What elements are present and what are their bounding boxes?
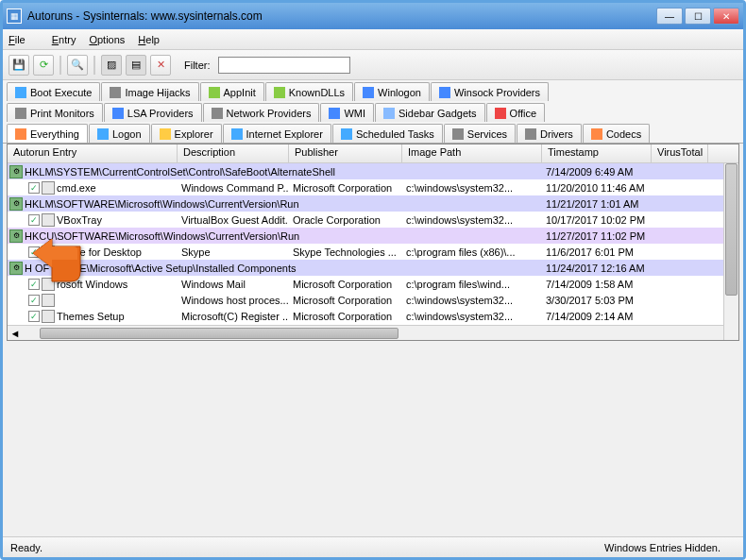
tab-print-monitors[interactable]: Print Monitors	[7, 103, 103, 122]
maximize-button[interactable]: ☐	[685, 8, 711, 25]
tab-everything[interactable]: Everything	[7, 124, 88, 143]
registry-icon: ⚙	[9, 165, 23, 178]
titlebar[interactable]: ▦ Autoruns - Sysinternals: www.sysintern…	[3, 3, 743, 29]
rows-container[interactable]: ⚙HKLM\SYSTEM\CurrentControlSet\Control\S…	[8, 163, 738, 325]
group-row[interactable]: ⚙HKCU\SOFTWARE\Microsoft\Windows\Current…	[8, 228, 738, 244]
props-button[interactable]: ▤	[126, 55, 146, 76]
file-icon	[42, 278, 55, 291]
checkbox[interactable]: ✓	[28, 246, 40, 258]
tab-icon	[97, 128, 109, 140]
tab-knowndlls[interactable]: KnownDLLs	[265, 82, 353, 101]
jump-button[interactable]: ▨	[101, 55, 122, 76]
menu-help[interactable]: Help	[138, 34, 160, 45]
checkbox[interactable]: ✓	[28, 279, 40, 290]
table-row[interactable]: ✓Skype for DesktopSkypeSkype Technologie…	[8, 244, 738, 260]
toolbar: 💾 ⟳ 🔍 ▨ ▤ ✕ Filter:	[3, 50, 743, 80]
tab-winlogon[interactable]: Winlogon	[354, 82, 430, 101]
tab-appinit[interactable]: AppInit	[200, 82, 264, 101]
tab-icon	[160, 128, 171, 140]
tab-internet-explorer[interactable]: Internet Explorer	[223, 124, 331, 143]
table-row[interactable]: ✓Windows host proces...Microsoft Corpora…	[8, 292, 738, 308]
tab-codecs[interactable]: Codecs	[583, 124, 650, 143]
hscroll-thumb[interactable]	[40, 328, 398, 339]
col-path[interactable]: Image Path	[402, 144, 542, 162]
menu-entry[interactable]: Entry	[52, 34, 76, 45]
tab-sidebar-gadgets[interactable]: Sidebar Gadgets	[375, 103, 485, 122]
col-desc[interactable]: Description	[178, 144, 289, 162]
table-row[interactable]: ✓Themes SetupMicrosoft(C) Register ...Mi…	[8, 308, 738, 324]
app-window: ▦ Autoruns - Sysinternals: www.sysintern…	[0, 0, 746, 560]
tabstrip: Boot ExecuteImage HijacksAppInitKnownDLL…	[3, 80, 743, 144]
find-button[interactable]: 🔍	[67, 55, 88, 76]
tab-scheduled-tasks[interactable]: Scheduled Tasks	[332, 124, 443, 143]
tab-icon	[15, 87, 26, 98]
file-icon	[42, 294, 55, 307]
table-row[interactable]: ✓cmd.exeWindows Command P...Microsoft Co…	[8, 179, 738, 195]
tab-winsock-providers[interactable]: Winsock Providers	[431, 82, 549, 101]
tab-icon	[495, 108, 506, 119]
tab-explorer[interactable]: Explorer	[151, 124, 222, 143]
refresh-button[interactable]: ⟳	[33, 55, 54, 76]
checkbox[interactable]: ✓	[28, 214, 40, 226]
resize-grip[interactable]	[721, 540, 736, 555]
vertical-scrollbar[interactable]	[723, 163, 738, 340]
close-button[interactable]: ✕	[713, 8, 739, 25]
tab-icon	[525, 128, 536, 140]
tab-icon	[341, 128, 352, 140]
checkbox[interactable]: ✓	[28, 295, 40, 306]
group-row[interactable]: ⚙H OFTWARE\Microsoft\Active Setup\Instal…	[8, 260, 738, 276]
status-right: Windows Entries Hidden.	[604, 542, 721, 553]
tab-icon	[452, 128, 464, 140]
group-row[interactable]: ⚙HKLM\SOFTWARE\Microsoft\Windows\Current…	[8, 195, 738, 212]
tab-icon	[363, 87, 374, 98]
tab-wmi[interactable]: WMI	[320, 103, 374, 122]
col-ts[interactable]: Timestamp	[542, 144, 652, 162]
registry-icon: ⚙	[9, 262, 23, 275]
tab-services[interactable]: Services	[444, 124, 516, 143]
delete-button[interactable]: ✕	[150, 55, 171, 76]
status-left: Ready.	[10, 542, 604, 553]
col-vt[interactable]: VirusTotal	[652, 144, 708, 162]
tab-icon	[112, 108, 124, 119]
tab-icon	[383, 108, 395, 119]
tab-icon	[110, 87, 121, 98]
scroll-thumb[interactable]	[725, 163, 738, 296]
tab-icon	[15, 108, 26, 119]
table-row[interactable]: ✓ rosoft WindowsWindows MailMicrosoft Co…	[8, 276, 738, 292]
filter-label: Filter:	[184, 59, 211, 71]
registry-icon: ⚙	[9, 197, 23, 211]
tab-boot-execute[interactable]: Boot Execute	[7, 82, 100, 101]
statusbar: Ready. Windows Entries Hidden.	[3, 536, 743, 557]
menu-file[interactable]: File	[8, 34, 39, 45]
checkbox[interactable]: ✓	[28, 182, 40, 194]
minimize-button[interactable]: —	[656, 8, 683, 25]
tab-drivers[interactable]: Drivers	[517, 124, 582, 143]
checkbox[interactable]: ✓	[28, 311, 40, 322]
col-entry[interactable]: Autorun Entry	[8, 144, 178, 162]
app-icon: ▦	[7, 8, 22, 24]
tab-icon	[231, 128, 243, 140]
column-headers[interactable]: Autorun Entry Description Publisher Imag…	[8, 144, 738, 163]
file-icon	[42, 246, 55, 259]
tab-lsa-providers[interactable]: LSA Providers	[104, 103, 202, 122]
table-row[interactable]: ✓VBoxTrayVirtualBox Guest Addit...Oracle…	[8, 212, 738, 228]
list-area: Autorun Entry Description Publisher Imag…	[7, 144, 739, 341]
menu-options[interactable]: Options	[89, 34, 125, 45]
horizontal-scrollbar[interactable]: ◄	[8, 325, 738, 340]
tab-icon	[209, 87, 220, 98]
tab-office[interactable]: Office	[486, 103, 546, 122]
tab-icon	[329, 108, 340, 119]
filter-input[interactable]	[218, 57, 350, 74]
tab-network-providers[interactable]: Network Providers	[203, 103, 320, 122]
tab-icon	[15, 128, 26, 140]
file-icon	[42, 310, 55, 323]
col-pub[interactable]: Publisher	[289, 144, 402, 162]
tab-image-hijacks[interactable]: Image Hijacks	[101, 82, 198, 101]
window-title: Autoruns - Sysinternals: www.sysinternal…	[27, 9, 656, 23]
tab-icon	[439, 87, 450, 98]
tab-icon	[274, 87, 285, 98]
save-button[interactable]: 💾	[8, 55, 29, 76]
group-row[interactable]: ⚙HKLM\SYSTEM\CurrentControlSet\Control\S…	[8, 163, 738, 179]
file-icon	[42, 213, 55, 227]
tab-logon[interactable]: Logon	[89, 124, 150, 143]
